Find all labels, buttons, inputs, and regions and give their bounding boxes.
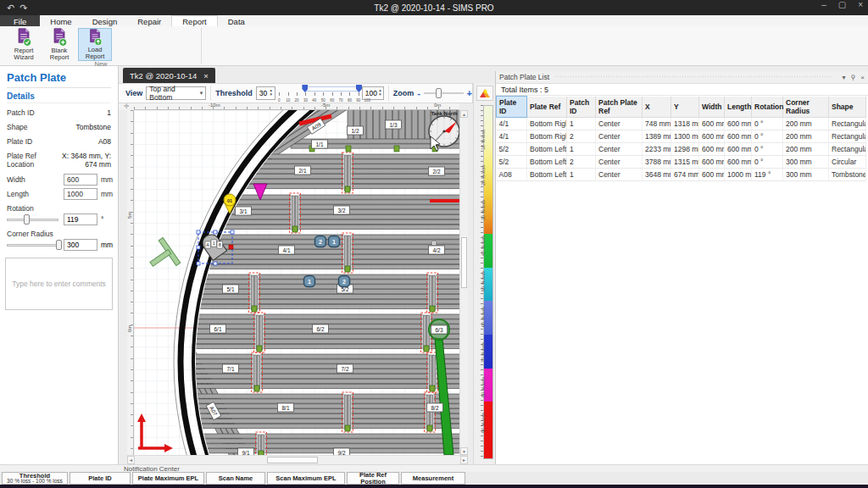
plate-label-6/3[interactable]: 6/3: [431, 325, 448, 334]
zoom-slider-thumb[interactable]: [436, 88, 442, 98]
plate-label-8/1[interactable]: 8/1: [278, 403, 294, 412]
comments-textarea[interactable]: Type here to enter comments: [5, 258, 113, 310]
plate-label-2/1[interactable]: 2/1: [295, 166, 311, 175]
threshold-range-slider[interactable]: 0102030405060708090100: [279, 85, 358, 102]
scroll-left-icon[interactable]: ◄: [127, 456, 135, 464]
maximize-button[interactable]: ▢: [838, 0, 846, 9]
plate-label-7/2[interactable]: 7/2: [337, 364, 353, 373]
table-cell: 200 mm: [783, 130, 829, 143]
rotation-slider[interactable]: [7, 214, 58, 225]
zoom-in-button[interactable]: +: [467, 88, 472, 98]
zoom-out-button[interactable]: -: [417, 88, 420, 98]
spin-down-icon[interactable]: ▼: [267, 93, 275, 97]
corner-radius-input[interactable]: 300: [64, 239, 97, 251]
column-header-y[interactable]: Y: [671, 97, 699, 118]
table-row[interactable]: 4/1Bottom Right2Center1389 mm1300 mm600 …: [497, 130, 866, 143]
ribbon-tab-file[interactable]: File: [0, 15, 40, 26]
patch-badge-1[interactable]: 1: [304, 276, 315, 287]
table-row[interactable]: A08Bottom Left1Center3648 mm674 mm600 mm…: [497, 169, 866, 181]
status-cell-plate-maximum-epl[interactable]: Plate Maximum EPL: [132, 472, 204, 485]
document-tab-strip: Tk2 @ 2020-10-14 ×: [119, 68, 473, 83]
ribbon-tab-repair[interactable]: Repair: [127, 15, 171, 26]
status-cell-scan-maximum-epl[interactable]: Scan Maximum EPL: [267, 472, 345, 485]
document-tab-close-icon[interactable]: ×: [203, 71, 209, 80]
ribbon-tab-home[interactable]: Home: [40, 15, 81, 26]
column-header-plate-ref[interactable]: Plate Ref: [527, 97, 567, 118]
patch-plate-table[interactable]: Plate IDPlate RefPatch IDPatch Plate Ref…: [496, 96, 866, 181]
length-input[interactable]: 1000: [64, 188, 97, 200]
column-header-plate-id[interactable]: Plate ID: [497, 97, 527, 118]
scroll-down-icon[interactable]: ▼: [460, 447, 468, 455]
ribbon-tab-report[interactable]: Report: [171, 15, 218, 26]
table-cell: 0 °: [752, 143, 783, 156]
column-header-rotation[interactable]: Rotation: [752, 97, 783, 118]
plate-label-1/1[interactable]: 1/1: [312, 140, 328, 148]
patch-badge-1[interactable]: 1: [329, 236, 340, 247]
table-row[interactable]: 4/1Bottom Right1Center748 mm1318 mm600 m…: [497, 118, 866, 130]
tank-map-canvas[interactable]: A1801Tank NorthA091/11/21/32/12/23/13/24…: [134, 110, 459, 455]
threshold-low-spinner[interactable]: 30 ▲▼: [256, 86, 276, 100]
scroll-right-icon[interactable]: ►: [460, 456, 468, 464]
ribbon-tab-data[interactable]: Data: [218, 15, 255, 26]
status-cell-threshold[interactable]: Threshold30 % loss - 100 % loss: [2, 472, 68, 485]
plate-label-4/2[interactable]: 4/2: [429, 246, 445, 254]
vscroll-thumb[interactable]: [461, 237, 467, 288]
palette-icon[interactable]: [476, 86, 493, 101]
column-header-shape[interactable]: Shape: [829, 97, 866, 118]
patch-badge-2[interactable]: 2: [339, 276, 350, 287]
column-header-patch-id[interactable]: Patch ID: [567, 97, 596, 118]
column-header-x[interactable]: X: [643, 97, 671, 118]
pin-icon[interactable]: ⚲: [850, 74, 855, 81]
blank-report-button[interactable]: BlankReport: [42, 28, 76, 61]
table-row[interactable]: 5/2Bottom Left1Center2233 mm1298 mm600 m…: [497, 143, 866, 156]
corner-radius-slider[interactable]: [7, 239, 58, 251]
slider-thumb[interactable]: [24, 214, 30, 225]
width-input[interactable]: 600: [64, 174, 97, 186]
patch-plate-panel: Patch Plate Details Patch ID1ShapeTombst…: [0, 66, 119, 464]
horizontal-scrollbar[interactable]: ◄ ►: [127, 455, 468, 464]
plate-label-1/2[interactable]: 1/2: [348, 126, 364, 135]
plate-label-6/2[interactable]: 6/2: [313, 324, 329, 333]
report-wizard-button[interactable]: ReportWizard: [7, 28, 41, 61]
vertical-scrollbar[interactable]: ▲ ▼: [459, 110, 468, 455]
status-cell-measurement[interactable]: Measurement: [401, 472, 465, 485]
status-cell-scan-name[interactable]: Scan Name: [206, 472, 265, 485]
table-cell: 600 mm: [699, 130, 725, 143]
plate-label-4/1[interactable]: 4/1: [279, 246, 295, 254]
status-cell-plate-ref-position[interactable]: Plate Ref Position: [347, 472, 399, 485]
plate-label-7/1[interactable]: 7/1: [223, 364, 239, 373]
chevron-down-icon[interactable]: ▾: [842, 74, 845, 81]
close-button[interactable]: ×: [858, 0, 863, 9]
patch-badge-2[interactable]: 2: [315, 236, 326, 247]
plate-label-5/1[interactable]: 5/1: [223, 285, 239, 293]
column-header-patch-plate-ref[interactable]: Patch Plate Ref: [596, 97, 643, 118]
hscroll-thumb[interactable]: [267, 457, 318, 463]
column-header-length[interactable]: Length: [725, 97, 752, 118]
status-cell-plate-id[interactable]: Plate ID: [70, 472, 131, 485]
close-icon[interactable]: ×: [860, 74, 865, 81]
svg-text:1: 1: [308, 279, 311, 285]
load-report-button[interactable]: LoadReport: [78, 28, 112, 61]
scroll-up-icon[interactable]: ▲: [460, 110, 468, 118]
ribbon-tab-design[interactable]: Design: [82, 15, 128, 26]
document-tab[interactable]: Tk2 @ 2020-10-14 ×: [123, 68, 215, 83]
column-header-width[interactable]: Width: [699, 97, 725, 118]
plate-label-1/3[interactable]: 1/3: [386, 120, 402, 129]
field-label: Patch ID: [7, 108, 35, 117]
plate-label-3/2[interactable]: 3/2: [334, 206, 350, 214]
plate-label-8/2[interactable]: 8/2: [427, 403, 443, 412]
spin-down-icon[interactable]: ▼: [377, 93, 383, 97]
zoom-slider[interactable]: [424, 87, 464, 99]
plate-label-3/1[interactable]: 3/1: [236, 207, 252, 215]
table-row[interactable]: 5/2Bottom Left2Center3788 mm1315 mm600 m…: [497, 156, 866, 169]
view-dropdown[interactable]: Top and Bottom ▾: [146, 86, 206, 100]
pan-icon[interactable]: ✛: [119, 103, 134, 110]
plate-label-2/2[interactable]: 2/2: [429, 167, 445, 175]
plate-label-9/2[interactable]: 9/2: [334, 448, 350, 455]
rotation-input[interactable]: 119: [64, 214, 97, 225]
plate-label-9/1[interactable]: 9/1: [238, 448, 254, 455]
plate-label-6/1[interactable]: 6/1: [210, 324, 226, 333]
column-header-corner-radius[interactable]: Corner Radius: [783, 97, 829, 118]
minimize-button[interactable]: –: [821, 0, 826, 9]
slider-thumb[interactable]: [56, 240, 62, 250]
